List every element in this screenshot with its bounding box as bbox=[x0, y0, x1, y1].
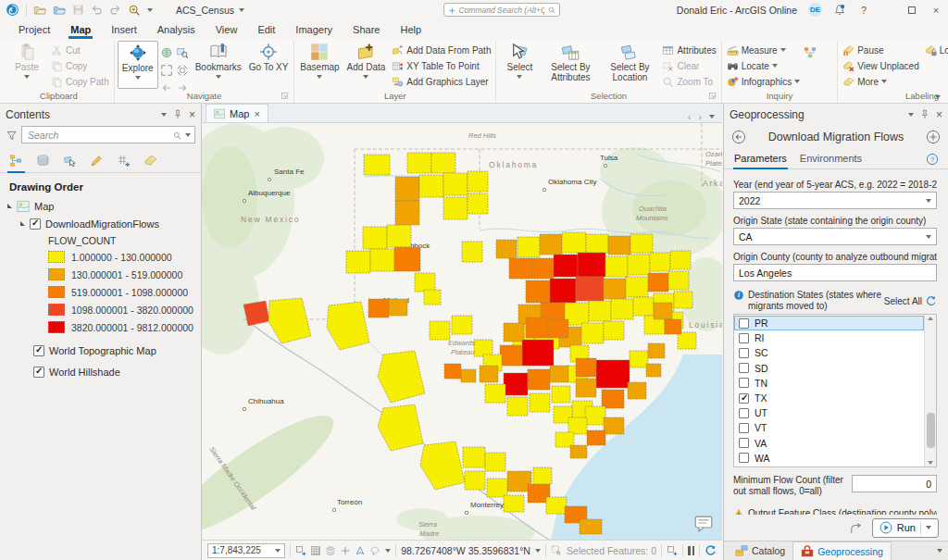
open-in-modelbuilder-icon[interactable] bbox=[850, 519, 863, 536]
state-checkbox[interactable] bbox=[739, 393, 749, 404]
status-nav-icon[interactable] bbox=[355, 544, 366, 556]
state-checkbox[interactable] bbox=[739, 333, 749, 343]
scroll-tabs-right-button[interactable]: › bbox=[698, 111, 702, 122]
contents-tab-tag[interactable] bbox=[142, 149, 159, 172]
tab-parameters[interactable]: Parameters bbox=[733, 150, 788, 168]
add-data-from-path-button[interactable]: Add Data From Path bbox=[390, 43, 493, 57]
state-checkbox[interactable] bbox=[739, 438, 749, 448]
states-list-scrollbar[interactable] bbox=[924, 315, 936, 467]
network-button[interactable] bbox=[804, 44, 818, 60]
map-tree-item[interactable]: Map bbox=[7, 197, 201, 215]
dialog-launcher-icon[interactable] bbox=[709, 91, 717, 101]
map-scale-select[interactable]: 1:7,843,225 bbox=[207, 543, 285, 558]
save-button[interactable] bbox=[72, 4, 84, 16]
redo-button[interactable] bbox=[109, 4, 121, 16]
go-to-xy-button[interactable]: Go To XY bbox=[246, 41, 292, 89]
measure-button[interactable]: Measure bbox=[725, 43, 802, 57]
help-button[interactable]: ? bbox=[857, 5, 870, 16]
add-to-favorites-button[interactable] bbox=[926, 129, 941, 145]
zoom-to-button[interactable]: Zoom To bbox=[660, 74, 717, 89]
year-select[interactable]: 2022 bbox=[733, 192, 937, 209]
min-flow-input[interactable]: 0 bbox=[852, 475, 937, 492]
select-button[interactable]: Select bbox=[499, 41, 540, 89]
open-button[interactable] bbox=[53, 4, 66, 17]
ribbon-tab-analysis[interactable]: Analysis bbox=[148, 21, 205, 39]
contents-tab-source[interactable] bbox=[34, 149, 52, 172]
state-checkbox[interactable] bbox=[739, 318, 749, 329]
lock-button[interactable]: Lock bbox=[923, 43, 948, 57]
status-tools-chevron[interactable] bbox=[385, 549, 391, 553]
tab-catalog[interactable]: Catalog bbox=[728, 541, 792, 560]
status-lasso-icon[interactable] bbox=[369, 544, 380, 556]
globe-button[interactable] bbox=[160, 44, 175, 60]
info-icon[interactable]: i bbox=[733, 290, 744, 312]
ribbon-tab-share[interactable]: Share bbox=[343, 21, 389, 39]
refresh-map-icon[interactable] bbox=[705, 544, 717, 557]
ribbon-tab-project[interactable]: Project bbox=[9, 21, 59, 39]
state-row-wa[interactable]: WA bbox=[734, 451, 924, 466]
state-checkbox[interactable] bbox=[739, 423, 749, 433]
layer-visibility-checkbox[interactable] bbox=[33, 345, 44, 356]
contents-tab-select[interactable] bbox=[61, 149, 79, 172]
scroll-tabs-left-button[interactable]: ‹ bbox=[688, 111, 692, 122]
state-row-tx[interactable]: TX bbox=[734, 391, 924, 405]
state-checkbox[interactable] bbox=[739, 453, 749, 463]
status-plus-icon[interactable] bbox=[340, 544, 351, 556]
expand-caret-icon[interactable] bbox=[20, 221, 25, 226]
attributes-button[interactable]: Attributes bbox=[660, 43, 717, 57]
expand-caret-icon[interactable] bbox=[7, 204, 12, 208]
add-data-button[interactable]: Add Data bbox=[344, 41, 389, 89]
ribbon-tab-view[interactable]: View bbox=[206, 21, 247, 39]
state-row-ut[interactable]: UT bbox=[734, 405, 924, 420]
state-row-sd[interactable]: SD bbox=[734, 361, 924, 376]
close-tab-button[interactable]: × bbox=[254, 108, 259, 119]
tab-geoprocessing[interactable]: Geoprocessing bbox=[792, 541, 892, 560]
attribute-table-icon[interactable] bbox=[667, 544, 678, 556]
tab-list-chevron[interactable] bbox=[709, 115, 715, 118]
panel-menu-chevron[interactable] bbox=[908, 113, 914, 117]
search-options-chevron[interactable] bbox=[185, 133, 191, 137]
scroll-down-arrow[interactable] bbox=[928, 461, 933, 465]
undo-button[interactable] bbox=[91, 4, 103, 16]
origin-state-select[interactable]: CA bbox=[733, 228, 937, 245]
extent2-button[interactable] bbox=[176, 61, 191, 78]
xy-table-to-point-button[interactable]: XY Table To Point bbox=[390, 58, 493, 73]
state-row-pr[interactable]: PR bbox=[734, 316, 924, 330]
paste-button[interactable]: Paste bbox=[6, 41, 47, 89]
coordinates-readout[interactable]: 98.7267408°W 35.3596831°N bbox=[401, 545, 541, 556]
signed-in-account[interactable]: Donald Eric - ArcGIS Online bbox=[677, 5, 797, 16]
add-graphics-layer-button[interactable]: Add Graphics Layer bbox=[390, 74, 493, 89]
panel-tabs-chevron[interactable] bbox=[937, 549, 942, 553]
tab-environments[interactable]: Environments bbox=[799, 150, 863, 168]
pin-icon[interactable] bbox=[919, 108, 930, 121]
basemap-button[interactable]: Basemap bbox=[297, 41, 342, 89]
filter-icon[interactable] bbox=[6, 127, 18, 143]
selected-features-status[interactable]: Selected Features: 0 bbox=[551, 544, 656, 557]
status-layers-icon[interactable] bbox=[325, 544, 336, 556]
scroll-up-arrow[interactable] bbox=[928, 317, 933, 320]
maximize-button[interactable] bbox=[905, 5, 918, 16]
locate-button[interactable]: Locate bbox=[725, 58, 802, 73]
avatar[interactable]: DE bbox=[808, 3, 822, 17]
comment-bubble-icon[interactable] bbox=[694, 514, 713, 532]
ribbon-tab-insert[interactable]: Insert bbox=[102, 21, 146, 39]
select-all-button[interactable]: Select All bbox=[884, 290, 937, 312]
layer-visibility-checkbox[interactable] bbox=[30, 218, 41, 230]
pause-drawing-button[interactable] bbox=[688, 546, 694, 555]
back-button[interactable] bbox=[731, 129, 746, 145]
state-row-tn[interactable]: TN bbox=[734, 376, 924, 391]
pin-icon[interactable] bbox=[172, 108, 183, 121]
command-search-input[interactable]: Command Search (Alt+Q) bbox=[443, 3, 560, 17]
close-button[interactable]: × bbox=[929, 5, 942, 16]
layer-visibility-checkbox[interactable] bbox=[33, 367, 44, 378]
close-panel-button[interactable]: × bbox=[936, 108, 942, 121]
contents-search-input[interactable] bbox=[26, 129, 169, 142]
copy-button[interactable]: Copy bbox=[49, 58, 111, 73]
more-button[interactable]: More bbox=[841, 74, 921, 89]
select-by-attributes-button[interactable]: Select By Attributes bbox=[542, 41, 599, 89]
state-checkbox[interactable] bbox=[739, 348, 749, 358]
dialog-launcher-icon[interactable] bbox=[281, 91, 289, 101]
state-checkbox[interactable] bbox=[739, 378, 749, 388]
map-tab[interactable]: Map × bbox=[206, 104, 268, 122]
status-grid-icon[interactable] bbox=[310, 544, 321, 556]
